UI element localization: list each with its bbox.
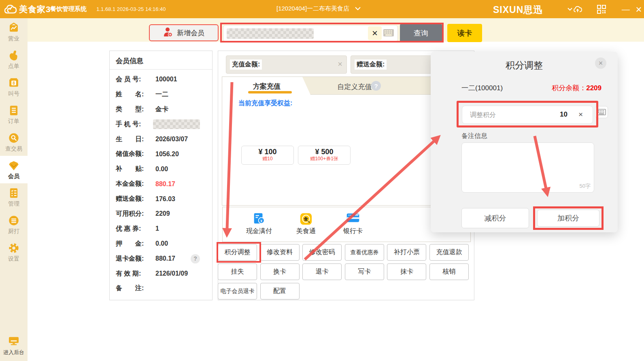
sidebar-item-label: 叫号 <box>8 90 19 98</box>
payment-method-银行卡[interactable]: 银行卡 <box>340 212 366 242</box>
action-button-补打小票[interactable]: 补打小票 <box>387 244 426 261</box>
member-field-row: 会 员 号:100001 <box>116 72 209 87</box>
action-button-修改资料[interactable]: 修改资料 <box>260 244 300 261</box>
member-field-row: 押 金:0.00 <box>116 236 209 251</box>
app-name: 餐饮管理系统 <box>50 5 87 13</box>
sidebar-item-label: 查交易 <box>5 145 22 153</box>
sidebar-item-backoffice[interactable]: 进入后台 <box>0 336 28 361</box>
recharge-amount-input[interactable]: 充值金额: × <box>226 55 347 74</box>
sidebar-item-1[interactable]: 点单 <box>0 46 28 73</box>
titlebar: 美食家3 餐饮管理系统 1.1.68.1 2026-03-25 14:16:40… <box>0 0 644 18</box>
adjust-points-value: 10 <box>560 110 567 119</box>
action-button-电子会员退卡[interactable]: 电子会员退卡 <box>218 283 257 299</box>
sidebar-item-label: 厨打 <box>8 228 19 235</box>
store-name: [12020404]一二布布美食店 <box>276 5 349 13</box>
field-label: 押 金: <box>116 240 151 248</box>
close-button[interactable]: × <box>634 5 644 14</box>
member-field-row: 补 贴:0.00 <box>116 161 209 176</box>
member-field-row: 优 惠 券:1 <box>116 221 209 236</box>
field-value: 0.00 <box>155 240 168 247</box>
action-button-配置[interactable]: 配置 <box>260 283 300 299</box>
field-value: 176.03 <box>155 195 175 203</box>
action-button-充值退款[interactable]: 充值退款 <box>429 244 469 261</box>
svg-text:食: 食 <box>303 217 308 221</box>
masked-phone-value <box>153 119 200 129</box>
action-button-修改密码[interactable]: 修改密码 <box>302 244 342 261</box>
tap-order-icon <box>8 49 20 62</box>
field-label: 赠送金额: <box>116 195 151 203</box>
sidebar-item-0[interactable]: 营业 <box>0 18 28 46</box>
help-icon[interactable]: ? <box>371 81 381 91</box>
action-button-积分调整[interactable]: 积分调整 <box>218 244 257 261</box>
shop-sign-icon <box>8 22 20 34</box>
payment-method-现金满付[interactable]: ¥现金满付 <box>246 212 272 242</box>
action-button-挂失[interactable]: 挂失 <box>218 263 257 280</box>
tab-plan-recharge[interactable]: 方案充值 <box>234 82 299 91</box>
minimize-button[interactable]: — <box>621 5 631 14</box>
benefits-title: 当前充值享受权益: <box>238 99 292 108</box>
payment-method-美食通[interactable]: 食美食通 <box>293 212 319 242</box>
monitor-icon <box>8 336 19 348</box>
svg-text:¥: ¥ <box>260 219 262 223</box>
keyboard-icon[interactable] <box>595 106 608 118</box>
tab-custom-recharge[interactable]: 自定义充值 <box>332 82 377 91</box>
kitchen-print-icon <box>8 214 20 227</box>
settings-gear-icon <box>8 242 20 254</box>
meishijia-cloud-logo <box>4 3 17 15</box>
sidebar-item-4[interactable]: 查交易 <box>0 128 28 156</box>
sidebar-item-label: 设置 <box>8 255 19 263</box>
recharge-plan-card[interactable]: ¥ 500赠100+券1张 <box>298 146 351 165</box>
keyboard-icon[interactable] <box>383 29 394 38</box>
action-button-核销[interactable]: 核销 <box>429 263 469 280</box>
plan-gift: 赠10 <box>242 156 293 162</box>
bank-card-icon <box>346 212 360 225</box>
sidebar-item-3[interactable]: 订单 <box>0 101 28 128</box>
action-row: 挂失换卡退卡写卡抹卡核销 <box>218 263 469 280</box>
plus-points-button[interactable]: 加积分 <box>537 210 599 227</box>
divider <box>110 69 212 70</box>
note-textarea[interactable] <box>461 142 594 193</box>
member-field-row: 备 注: <box>116 281 209 296</box>
recharge-plan-card[interactable]: ¥ 100赠10 <box>241 146 294 165</box>
sidebar-item-8[interactable]: 设置 <box>0 238 28 266</box>
field-value: 100001 <box>155 76 177 83</box>
search-clear-icon[interactable]: × <box>368 26 382 40</box>
payment-method-label: 现金满付 <box>246 227 272 236</box>
sidebar-item-5[interactable]: 会员 <box>0 156 28 183</box>
dialog-close-icon[interactable]: × <box>595 57 606 69</box>
help-icon[interactable]: ? <box>191 254 200 263</box>
sidebar-item-7[interactable]: 厨打 <box>0 211 28 238</box>
plan-amount: ¥ 100 <box>242 148 293 156</box>
field-value: 2026/03/07 <box>155 136 188 143</box>
qr-code-icon[interactable] <box>597 5 606 14</box>
action-button-写卡[interactable]: 写卡 <box>345 263 384 280</box>
sidebar-item-2[interactable]: 8叫号 <box>0 73 28 101</box>
member-field-row: 有 效 期:2126/01/09 <box>116 266 209 281</box>
read-card-button[interactable]: 读卡 <box>447 24 482 42</box>
payment-method-label: 美食通 <box>296 227 316 236</box>
add-member-label: 新增会员 <box>177 28 204 38</box>
action-button-换卡[interactable]: 换卡 <box>260 263 300 280</box>
sidebar-item-6[interactable]: 管理 <box>0 183 28 211</box>
adjust-points-input[interactable]: 调整积分 10 × <box>462 106 593 124</box>
add-member-button[interactable]: 新增会员 <box>149 24 219 41</box>
field-value: 0.00 <box>155 166 168 173</box>
member-field-row: 可用积分:2209 <box>116 206 209 221</box>
note-field-wrap: 50字 <box>461 142 594 193</box>
member-info-title: 会员信息 <box>116 56 143 66</box>
query-button[interactable]: 查询 <box>400 24 442 42</box>
add-person-icon <box>163 27 173 39</box>
dialog-member-name: 一二(100001) <box>461 83 503 93</box>
cloud-sync-icon[interactable] <box>573 5 582 14</box>
action-button-退卡[interactable]: 退卡 <box>302 263 342 280</box>
input-clear-icon[interactable]: × <box>578 110 583 119</box>
member-field-row: 手 机 号: <box>116 117 209 132</box>
action-button-查看优惠券[interactable]: 查看优惠券 <box>345 244 384 261</box>
version-and-time: 1.1.68.1 2026-03-25 14:16:40 <box>96 6 166 12</box>
masked-search-text <box>227 28 314 39</box>
active-tab-underline <box>248 91 292 93</box>
minus-points-button[interactable]: 减积分 <box>461 208 529 228</box>
action-button-抹卡[interactable]: 抹卡 <box>387 263 426 280</box>
store-selector[interactable]: [12020404]一二布布美食店 <box>276 5 361 13</box>
clear-icon[interactable]: × <box>338 59 342 69</box>
